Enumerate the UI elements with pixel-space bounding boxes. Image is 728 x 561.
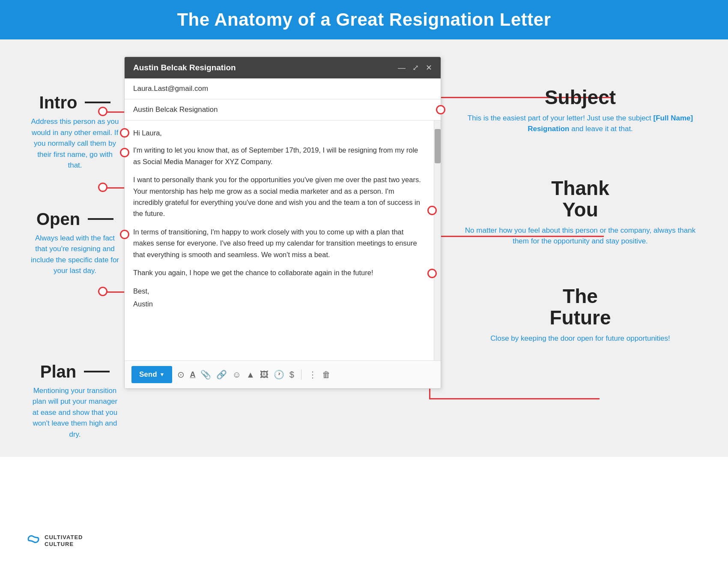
plan-section: Plan Mentioning your transition plan wil…	[26, 362, 124, 440]
clock-icon[interactable]: 🕐	[274, 369, 284, 380]
open-dash	[88, 218, 113, 220]
logo-area: CULTIVATED CULTURE	[26, 533, 83, 548]
more-icon[interactable]: ⋮	[308, 369, 317, 380]
font-icon[interactable]: A	[190, 370, 195, 379]
intro-desc: Address this person as you would in any …	[26, 116, 124, 171]
minimize-btn[interactable]: —	[398, 63, 406, 72]
thankyou-title: ThankYou	[458, 177, 702, 221]
email-mock: Austin Belcak Resignation — ⤢ ✕ Laura.La…	[124, 57, 441, 389]
page-title: The Anatomy of a Great Resignation Lette…	[0, 9, 728, 30]
future-section: TheFuture Close by keeping the door open…	[458, 285, 702, 344]
main-content: Intro Address this person as you would i…	[0, 39, 728, 457]
email-para-3: In terms of transitioning, I'm happy to …	[133, 226, 425, 260]
intro-circle-left	[98, 107, 107, 116]
delete-icon[interactable]: 🗑	[322, 370, 331, 380]
subject-desc: This is the easiest part of your letter!…	[458, 113, 702, 135]
left-column: Intro Address this person as you would i…	[26, 57, 124, 440]
subject-section: Subject This is the easiest part of your…	[458, 87, 702, 135]
format-icon[interactable]: ⊙	[177, 369, 185, 380]
drive-icon[interactable]: ▲	[246, 370, 255, 380]
logo-text: CULTIVATED CULTURE	[45, 534, 83, 547]
open-label: Open	[36, 210, 113, 228]
email-area: Austin Belcak Resignation — ⤢ ✕ Laura.La…	[124, 57, 441, 389]
email-subject-row: Austin Belcak Resignation	[125, 99, 441, 120]
plan-dash	[84, 371, 110, 372]
future-desc: Close by keeping the door open for futur…	[458, 333, 702, 344]
dollar-icon[interactable]: $	[289, 370, 294, 380]
plan-label: Plan	[40, 362, 110, 381]
toolbar-divider	[301, 369, 301, 380]
email-scrollbar[interactable]	[434, 120, 441, 360]
plan-desc: Mentioning your transition plan will put…	[26, 385, 124, 440]
plan-circle	[120, 230, 129, 239]
thankyou-circle	[427, 206, 437, 215]
email-sign: Best, Austin	[133, 285, 425, 310]
email-para-2: I want to personally thank you for the o…	[133, 174, 425, 219]
intro-dash	[85, 102, 110, 103]
subject-title: Subject	[458, 87, 702, 108]
attachment-icon[interactable]: 📎	[200, 369, 211, 380]
page-header: The Anatomy of a Great Resignation Lette…	[0, 0, 728, 39]
send-button[interactable]: Send ▼	[131, 366, 172, 383]
plan-circle-left	[98, 287, 107, 296]
email-to-address: Laura.Last@gmail.com	[133, 84, 208, 93]
send-arrow-icon: ▼	[160, 372, 165, 378]
open-desc: Always lead with the fact that you're re…	[26, 233, 124, 276]
email-body-wrapper: Hi Laura, I'm writing to let you know th…	[125, 120, 441, 360]
intro-section: Intro Address this person as you would i…	[26, 93, 124, 171]
thankyou-desc: No matter how you feel about this person…	[458, 225, 702, 247]
thankyou-section: ThankYou No matter how you feel about th…	[458, 177, 702, 247]
photo-icon[interactable]: 🖼	[260, 370, 269, 380]
maximize-btn[interactable]: ⤢	[412, 63, 419, 72]
future-right-line	[429, 398, 600, 399]
email-toolbar: Send ▼ ⊙ A 📎 🔗 ☺ ▲ 🖼 🕐 $ ⋮ 🗑	[125, 360, 441, 388]
email-para-1: I'm writing to let you know that, as of …	[133, 144, 425, 167]
logo-icon	[26, 533, 41, 548]
open-circle	[120, 148, 129, 157]
scrollbar-thumb[interactable]	[435, 129, 441, 163]
email-body: Hi Laura, I'm writing to let you know th…	[125, 120, 434, 360]
email-title: Austin Belcak Resignation	[133, 63, 236, 72]
open-circle-left	[98, 183, 107, 192]
future-title: TheFuture	[458, 285, 702, 329]
close-btn[interactable]: ✕	[426, 63, 432, 72]
email-subject-text: Austin Belcak Resignation	[133, 105, 218, 114]
email-controls: — ⤢ ✕	[398, 63, 432, 72]
email-titlebar: Austin Belcak Resignation — ⤢ ✕	[125, 57, 441, 78]
salutation-circle	[120, 128, 129, 138]
open-section: Open Always lead with the fact that you'…	[26, 210, 124, 276]
emoji-icon[interactable]: ☺	[232, 370, 241, 380]
right-column: Subject This is the easiest part of your…	[441, 57, 702, 357]
email-to-row: Laura.Last@gmail.com	[125, 78, 441, 99]
email-salutation: Hi Laura,	[133, 127, 425, 138]
link-icon[interactable]: 🔗	[216, 369, 227, 380]
email-para-4: Thank you again, I hope we get the chanc…	[133, 267, 425, 278]
